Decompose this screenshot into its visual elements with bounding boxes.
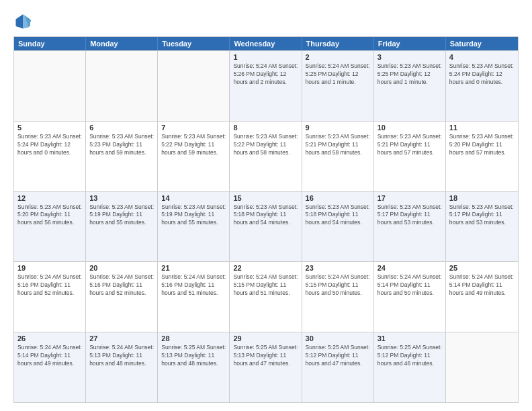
- day-cell-30: 30Sunrise: 5:25 AM Sunset: 5:12 PM Dayli…: [302, 332, 374, 402]
- day-number: 29: [233, 334, 298, 342]
- logo-icon: [13, 12, 32, 31]
- day-cell-25: 25Sunrise: 5:24 AM Sunset: 5:14 PM Dayli…: [446, 262, 518, 332]
- day-number: 10: [378, 124, 442, 132]
- day-info: Sunrise: 5:24 AM Sunset: 5:13 PM Dayligh…: [89, 344, 154, 368]
- day-header-saturday: Saturday: [446, 37, 518, 50]
- day-header-friday: Friday: [374, 37, 446, 50]
- day-cell-19: 19Sunrise: 5:24 AM Sunset: 5:16 PM Dayli…: [14, 262, 86, 332]
- day-number: 12: [17, 194, 82, 202]
- day-cell-31: 31Sunrise: 5:25 AM Sunset: 5:12 PM Dayli…: [374, 332, 446, 402]
- day-number: 14: [161, 194, 226, 202]
- week-row-1: 5Sunrise: 5:23 AM Sunset: 5:24 PM Daylig…: [14, 121, 518, 191]
- day-cell-3: 3Sunrise: 5:23 AM Sunset: 5:25 PM Daylig…: [374, 51, 446, 121]
- day-number: 31: [378, 334, 442, 342]
- day-info: Sunrise: 5:23 AM Sunset: 5:19 PM Dayligh…: [89, 203, 154, 228]
- calendar: SundayMondayTuesdayWednesdayThursdayFrid…: [13, 36, 519, 403]
- day-number: 30: [306, 334, 370, 342]
- day-cell-7: 7Sunrise: 5:23 AM Sunset: 5:22 PM Daylig…: [158, 122, 230, 191]
- day-number: 25: [449, 264, 515, 272]
- day-info: Sunrise: 5:23 AM Sunset: 5:20 PM Dayligh…: [449, 133, 515, 157]
- day-cell-11: 11Sunrise: 5:23 AM Sunset: 5:20 PM Dayli…: [446, 122, 518, 191]
- day-info: Sunrise: 5:23 AM Sunset: 5:17 PM Dayligh…: [449, 203, 515, 228]
- day-cell-1: 1Sunrise: 5:24 AM Sunset: 5:26 PM Daylig…: [230, 51, 302, 121]
- day-cell-12: 12Sunrise: 5:23 AM Sunset: 5:20 PM Dayli…: [14, 192, 86, 262]
- day-info: Sunrise: 5:23 AM Sunset: 5:21 PM Dayligh…: [306, 133, 370, 157]
- day-cell-27: 27Sunrise: 5:24 AM Sunset: 5:13 PM Dayli…: [86, 332, 158, 402]
- day-cell-15: 15Sunrise: 5:23 AM Sunset: 5:18 PM Dayli…: [230, 192, 302, 262]
- day-cell-22: 22Sunrise: 5:24 AM Sunset: 5:15 PM Dayli…: [230, 262, 302, 332]
- day-cell-18: 18Sunrise: 5:23 AM Sunset: 5:17 PM Dayli…: [446, 192, 518, 262]
- day-info: Sunrise: 5:25 AM Sunset: 5:12 PM Dayligh…: [306, 344, 370, 368]
- week-row-3: 19Sunrise: 5:24 AM Sunset: 5:16 PM Dayli…: [14, 261, 518, 332]
- day-cell-2: 2Sunrise: 5:24 AM Sunset: 5:25 PM Daylig…: [302, 51, 374, 121]
- day-number: 15: [233, 194, 298, 202]
- day-info: Sunrise: 5:24 AM Sunset: 5:14 PM Dayligh…: [378, 273, 442, 298]
- calendar-body: 1Sunrise: 5:24 AM Sunset: 5:26 PM Daylig…: [14, 50, 518, 402]
- day-number: 9: [306, 124, 370, 132]
- day-info: Sunrise: 5:23 AM Sunset: 5:22 PM Dayligh…: [161, 133, 226, 157]
- day-cell-empty-01: [86, 51, 158, 121]
- day-header-thursday: Thursday: [302, 37, 374, 50]
- day-info: Sunrise: 5:23 AM Sunset: 5:23 PM Dayligh…: [89, 133, 154, 157]
- day-cell-empty-00: [14, 51, 86, 121]
- day-number: 22: [233, 264, 298, 272]
- day-number: 2: [306, 53, 370, 61]
- day-cell-16: 16Sunrise: 5:23 AM Sunset: 5:18 PM Dayli…: [302, 192, 374, 262]
- day-cell-23: 23Sunrise: 5:24 AM Sunset: 5:15 PM Dayli…: [302, 262, 374, 332]
- day-info: Sunrise: 5:23 AM Sunset: 5:20 PM Dayligh…: [17, 203, 82, 228]
- day-cell-28: 28Sunrise: 5:25 AM Sunset: 5:13 PM Dayli…: [158, 332, 230, 402]
- day-number: 8: [233, 124, 298, 132]
- day-cell-6: 6Sunrise: 5:23 AM Sunset: 5:23 PM Daylig…: [86, 122, 158, 191]
- day-info: Sunrise: 5:23 AM Sunset: 5:24 PM Dayligh…: [17, 133, 82, 157]
- day-cell-24: 24Sunrise: 5:24 AM Sunset: 5:14 PM Dayli…: [374, 262, 446, 332]
- day-cell-29: 29Sunrise: 5:25 AM Sunset: 5:13 PM Dayli…: [230, 332, 302, 402]
- day-number: 21: [161, 264, 226, 272]
- day-cell-empty-46: [446, 332, 518, 402]
- day-header-tuesday: Tuesday: [158, 37, 230, 50]
- day-number: 24: [378, 264, 442, 272]
- day-info: Sunrise: 5:23 AM Sunset: 5:18 PM Dayligh…: [306, 203, 370, 228]
- day-header-wednesday: Wednesday: [230, 37, 302, 50]
- day-number: 6: [89, 124, 154, 132]
- day-info: Sunrise: 5:24 AM Sunset: 5:25 PM Dayligh…: [306, 62, 370, 87]
- day-info: Sunrise: 5:23 AM Sunset: 5:21 PM Dayligh…: [378, 133, 442, 157]
- day-number: 26: [17, 334, 82, 342]
- logo: [13, 12, 35, 31]
- day-info: Sunrise: 5:24 AM Sunset: 5:16 PM Dayligh…: [89, 273, 154, 298]
- day-number: 3: [378, 53, 442, 61]
- day-number: 16: [306, 194, 370, 202]
- day-number: 1: [233, 53, 298, 61]
- day-cell-20: 20Sunrise: 5:24 AM Sunset: 5:16 PM Dayli…: [86, 262, 158, 332]
- day-info: Sunrise: 5:24 AM Sunset: 5:14 PM Dayligh…: [17, 344, 82, 368]
- day-number: 13: [89, 194, 154, 202]
- day-cell-21: 21Sunrise: 5:24 AM Sunset: 5:16 PM Dayli…: [158, 262, 230, 332]
- day-number: 27: [89, 334, 154, 342]
- day-info: Sunrise: 5:24 AM Sunset: 5:15 PM Dayligh…: [233, 273, 298, 298]
- day-info: Sunrise: 5:24 AM Sunset: 5:15 PM Dayligh…: [306, 273, 370, 298]
- day-cell-10: 10Sunrise: 5:23 AM Sunset: 5:21 PM Dayli…: [374, 122, 446, 191]
- day-headers-row: SundayMondayTuesdayWednesdayThursdayFrid…: [14, 37, 518, 50]
- day-number: 18: [449, 194, 515, 202]
- week-row-2: 12Sunrise: 5:23 AM Sunset: 5:20 PM Dayli…: [14, 191, 518, 262]
- day-cell-17: 17Sunrise: 5:23 AM Sunset: 5:17 PM Dayli…: [374, 192, 446, 262]
- day-cell-26: 26Sunrise: 5:24 AM Sunset: 5:14 PM Dayli…: [14, 332, 86, 402]
- day-cell-5: 5Sunrise: 5:23 AM Sunset: 5:24 PM Daylig…: [14, 122, 86, 191]
- day-number: 7: [161, 124, 226, 132]
- day-cell-4: 4Sunrise: 5:23 AM Sunset: 5:24 PM Daylig…: [446, 51, 518, 121]
- day-info: Sunrise: 5:24 AM Sunset: 5:26 PM Dayligh…: [233, 62, 298, 87]
- day-cell-8: 8Sunrise: 5:23 AM Sunset: 5:22 PM Daylig…: [230, 122, 302, 191]
- header: [13, 12, 519, 31]
- day-info: Sunrise: 5:25 AM Sunset: 5:12 PM Dayligh…: [378, 344, 442, 368]
- day-number: 17: [378, 194, 442, 202]
- week-row-4: 26Sunrise: 5:24 AM Sunset: 5:14 PM Dayli…: [14, 332, 518, 402]
- day-info: Sunrise: 5:23 AM Sunset: 5:22 PM Dayligh…: [233, 133, 298, 157]
- day-info: Sunrise: 5:23 AM Sunset: 5:19 PM Dayligh…: [161, 203, 226, 228]
- day-number: 4: [449, 53, 515, 61]
- day-info: Sunrise: 5:25 AM Sunset: 5:13 PM Dayligh…: [161, 344, 226, 368]
- day-number: 19: [17, 264, 82, 272]
- day-info: Sunrise: 5:24 AM Sunset: 5:16 PM Dayligh…: [17, 273, 82, 298]
- day-info: Sunrise: 5:24 AM Sunset: 5:16 PM Dayligh…: [161, 273, 226, 298]
- day-number: 23: [306, 264, 370, 272]
- day-info: Sunrise: 5:25 AM Sunset: 5:13 PM Dayligh…: [233, 344, 298, 368]
- day-cell-14: 14Sunrise: 5:23 AM Sunset: 5:19 PM Dayli…: [158, 192, 230, 262]
